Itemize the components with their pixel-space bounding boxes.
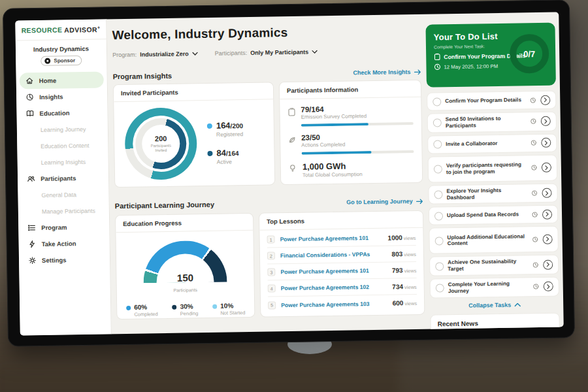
program-select[interactable]: Industrialize Zero	[140, 50, 198, 57]
leaf-icon	[288, 134, 297, 155]
clock-icon	[531, 165, 538, 171]
task-open-button[interactable]	[543, 259, 553, 269]
sidebar-item-participants[interactable]: Participants	[18, 169, 108, 187]
task-open-button[interactable]	[542, 188, 551, 198]
gauge-center-label: Participants	[117, 287, 254, 293]
clock-icon	[532, 212, 538, 218]
sidebar-nav: Home Insights Education Learning Journey…	[16, 71, 110, 269]
actions-completed-stat: 23/50 Actions Completed	[288, 132, 414, 155]
sponsor-badge[interactable]: Sponsor	[41, 56, 82, 66]
task-checkbox[interactable]	[434, 212, 443, 220]
actions-completed-progressbar	[301, 150, 414, 155]
logo-resource: RESOURCE	[21, 25, 62, 34]
task-row[interactable]: Confirm Your Program Details	[427, 91, 556, 111]
home-icon	[25, 76, 34, 85]
task-row[interactable]: Explore Your Insights Dashboard	[428, 183, 557, 204]
app-logo: RESOURCE ADVISOR+	[15, 19, 106, 40]
card-title: Top Lessons	[259, 211, 423, 231]
sidebar: RESOURCE ADVISOR+ Industry Dynamics Spon…	[15, 19, 112, 335]
task-open-button[interactable]	[540, 95, 550, 105]
task-open-button[interactable]	[543, 235, 553, 244]
sidebar-item-education-content[interactable]: Education Content	[17, 137, 108, 154]
participants-information-card: Participants Information 79/164 Emission…	[279, 80, 423, 185]
task-checkbox[interactable]	[436, 284, 444, 293]
legend-not-started: 10%Not Started	[212, 302, 245, 316]
clock-icon	[530, 97, 536, 103]
todo-hero-card: Your To Do List Complete Your Next Task:…	[425, 23, 555, 88]
task-checkbox[interactable]	[435, 262, 444, 270]
go-to-learning-journey-link[interactable]: Go to Learning Journey	[346, 198, 423, 206]
action-icon	[28, 240, 37, 248]
lesson-row: 1 Power Purchase Agreements 101 1000view…	[267, 229, 416, 248]
task-open-button[interactable]	[541, 138, 551, 148]
task-checkbox[interactable]	[434, 165, 442, 173]
sidebar-item-general-data[interactable]: General Data	[18, 186, 108, 203]
lesson-row: 2 Financial Considerations - VPPAs 803vi…	[267, 246, 416, 265]
top-lessons-card: Top Lessons 1 Power Purchase Agreements …	[259, 210, 425, 318]
clock-icon	[531, 140, 537, 146]
lesson-link[interactable]: Power Purchase Agreements 103	[281, 300, 387, 308]
card-title: Education Progress	[116, 214, 253, 233]
sidebar-item-settings[interactable]: Settings	[19, 251, 110, 269]
lesson-link[interactable]: Financial Considerations - VPPAs	[280, 251, 387, 259]
lesson-row: 5 Power Purchase Agreements 103 600views	[268, 295, 417, 314]
completed-dot	[126, 306, 131, 310]
clock-icon	[533, 284, 540, 289]
rank-badge: 5	[268, 301, 276, 309]
program-insights-section-header: Program Insights Check More Insights	[113, 68, 421, 80]
task-open-button[interactable]	[541, 116, 551, 126]
gear-icon	[28, 256, 37, 265]
sidebar-item-learning-insights[interactable]: Learning Insights	[18, 153, 108, 171]
filter-bar: Program: Industrialize Zero Participants…	[112, 48, 318, 58]
bulb-icon	[289, 162, 297, 178]
rank-badge: 2	[267, 252, 275, 259]
lesson-link[interactable]: Power Purchase Agreements 101	[280, 235, 383, 242]
clock-icon	[532, 237, 539, 242]
task-checkbox[interactable]	[433, 119, 442, 127]
check-more-insights-link[interactable]: Check More Insights	[353, 69, 421, 76]
clipboard-icon	[434, 53, 440, 60]
logo-advisor: ADVISOR+	[64, 25, 100, 33]
dashboard-screen: RESOURCE ADVISOR+ Industry Dynamics Spon…	[15, 12, 563, 335]
donut-chart: 200 Participants Invited 164/200	[114, 99, 274, 186]
sidebar-item-learning-journey[interactable]: Learning Journey	[17, 120, 108, 138]
emission-survey-progressbar	[301, 122, 414, 127]
collapse-tasks-link[interactable]: Collapse Tasks	[430, 301, 559, 309]
legend-pending: 30%Pending	[172, 302, 199, 317]
clock-icon	[434, 63, 440, 70]
task-row[interactable]: Upload Additional Educational Content	[429, 226, 559, 254]
recent-news-title: Recent News	[438, 318, 553, 327]
sidebar-item-manage-participants[interactable]: Manage Participants	[18, 202, 109, 220]
lesson-row: 4 Power Purchase Agreements 102 734views	[268, 278, 417, 297]
participants-select[interactable]: Only My Participants	[250, 48, 318, 56]
task-checkbox[interactable]	[433, 97, 441, 106]
donut-center-value: 200	[155, 134, 167, 142]
task-open-button[interactable]	[542, 210, 552, 220]
clock-icon	[531, 118, 537, 124]
task-row[interactable]: Complete Your Learning Journey	[430, 277, 559, 299]
donut-center-label: Participants Invited	[146, 143, 175, 154]
task-open-button[interactable]	[544, 282, 553, 291]
participants-filter: Participants: Only My Participants	[215, 48, 318, 56]
task-row[interactable]: Upload Spend Data Records	[429, 205, 558, 225]
section-title-learning-journey: Participant Learning Journey	[115, 201, 214, 210]
sidebar-item-insights[interactable]: Insights	[16, 88, 107, 105]
sidebar-item-take-action[interactable]: Take Action	[18, 235, 109, 252]
sidebar-item-program[interactable]: Program	[18, 218, 109, 236]
task-checkbox[interactable]	[435, 237, 444, 245]
task-checkbox[interactable]	[434, 190, 442, 199]
card-title: Participants Information	[280, 80, 421, 99]
task-row[interactable]: Achieve One Sustainability Target	[429, 255, 559, 276]
sidebar-item-home[interactable]: Home	[20, 71, 104, 89]
lesson-link[interactable]: Power Purchase Agreements 101	[280, 267, 387, 276]
task-row[interactable]: Invite a Collaborator	[427, 133, 557, 154]
task-row[interactable]: Verify participants requesting to join t…	[428, 154, 558, 182]
chevron-down-icon	[192, 52, 198, 56]
invited-participants-card: Invited Participants 200 Participants In…	[113, 82, 275, 188]
card-title: Invited Participants	[114, 82, 273, 102]
task-checkbox[interactable]	[433, 140, 442, 149]
task-row[interactable]: Send 50 Invitations to Participants	[427, 112, 557, 133]
task-open-button[interactable]	[542, 163, 551, 172]
sidebar-item-education[interactable]: Education	[16, 104, 107, 122]
lesson-link[interactable]: Power Purchase Agreements 102	[281, 284, 387, 292]
